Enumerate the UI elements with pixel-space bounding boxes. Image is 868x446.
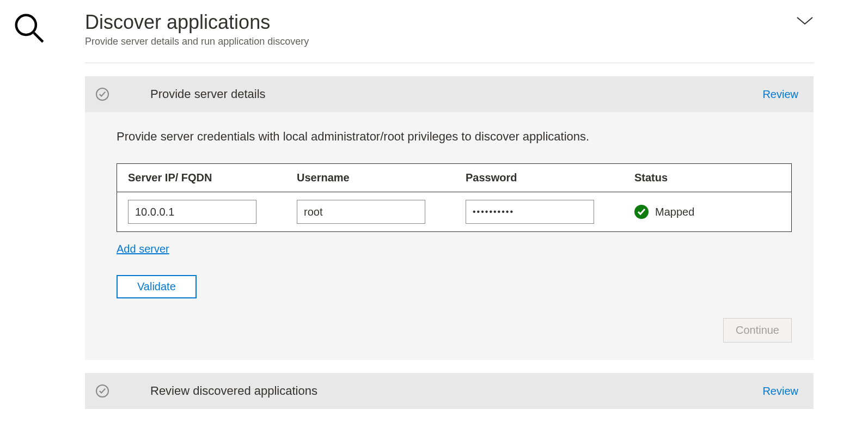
svg-point-0 — [16, 15, 36, 35]
step-title: Provide server details — [150, 87, 762, 101]
status-text: Mapped — [655, 206, 694, 218]
review-link[interactable]: Review — [762, 385, 798, 398]
server-ip-input[interactable] — [128, 200, 256, 224]
search-icon — [12, 11, 46, 47]
instruction-text: Provide server credentials with local ad… — [117, 130, 792, 144]
continue-button[interactable]: Continue — [723, 318, 792, 343]
page-title: Discover applications — [85, 11, 309, 34]
col-header-ip: Server IP/ FQDN — [128, 172, 297, 184]
check-circle-icon — [96, 88, 109, 101]
col-header-status: Status — [634, 172, 780, 184]
add-server-link[interactable]: Add server — [117, 243, 169, 255]
step-review-discovered-applications: Review discovered applications Review — [85, 373, 814, 409]
collapse-toggle[interactable] — [796, 16, 814, 28]
review-link[interactable]: Review — [762, 88, 798, 101]
col-header-username: Username — [297, 172, 466, 184]
validate-button[interactable]: Validate — [117, 275, 197, 298]
table-row: Mapped — [117, 192, 791, 231]
divider — [85, 63, 814, 63]
status-success-icon — [634, 205, 649, 219]
step-provide-server-details: Provide server details Review Provide se… — [85, 76, 814, 360]
server-table: Server IP/ FQDN Username Password Status — [117, 163, 792, 232]
svg-line-1 — [34, 33, 43, 42]
step-header: Review discovered applications Review — [85, 373, 814, 409]
page-subtitle: Provide server details and run applicati… — [85, 36, 309, 47]
step-title: Review discovered applications — [150, 384, 762, 398]
check-circle-icon — [96, 384, 109, 398]
step-header: Provide server details Review — [85, 76, 814, 112]
col-header-password: Password — [466, 172, 634, 184]
password-input[interactable] — [466, 200, 594, 224]
username-input[interactable] — [297, 200, 425, 224]
